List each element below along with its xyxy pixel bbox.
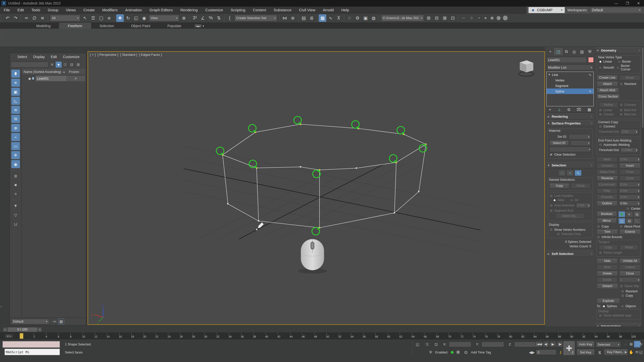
named-selection-sets-dropdown[interactable]: Create Selection Set▾ xyxy=(234,15,277,21)
cycle-button[interactable]: Cycle xyxy=(619,175,640,181)
project-tools-icon-3[interactable]: ⊠ xyxy=(441,14,449,22)
app-icon[interactable]: 3 xyxy=(2,1,6,6)
automatic-welding-checkbox[interactable] xyxy=(599,143,602,147)
tangent-paste-button[interactable]: Paste xyxy=(619,245,638,250)
minimize-button[interactable]: — xyxy=(611,0,622,7)
unhide-all-button[interactable]: Unhide All xyxy=(619,258,640,264)
toggle-layer-explorer-icon[interactable]: ≣ xyxy=(308,14,315,22)
scene-row-line001[interactable]: ◉ ⬮ Line001 ❄ xyxy=(22,75,86,82)
outline-button[interactable]: Outline xyxy=(597,201,617,206)
block-view-icon[interactable]: ■ xyxy=(11,181,20,189)
select-object-icon[interactable]: ↖ xyxy=(81,14,89,22)
filter-lights-icon[interactable]: ☀ xyxy=(11,79,20,87)
mirror-button[interactable]: Mirror xyxy=(597,218,617,223)
show-vertex-numbers-checkbox[interactable] xyxy=(549,228,553,232)
explorer-menu-display[interactable]: Display xyxy=(30,55,48,59)
rendered-frame-window-icon[interactable]: ▣ xyxy=(362,14,369,22)
select-id-spinner[interactable]: ▲▼ xyxy=(570,140,591,146)
hierarchy-view-icon[interactable]: ⊟ xyxy=(69,62,75,68)
frame-step-arrows-icon[interactable]: ◀▶ xyxy=(529,349,534,355)
bind-first-checkbox[interactable] xyxy=(619,108,623,112)
render-production-icon[interactable]: ◍ xyxy=(370,14,377,22)
menu-views[interactable]: Views xyxy=(62,7,80,14)
selection-set-dropdown[interactable]: Selected ▾ xyxy=(596,341,621,347)
threshold1-spinner[interactable]: 0.0m▲▼ xyxy=(620,129,638,134)
brush-preset-icon-2[interactable] xyxy=(482,14,489,22)
set-key-button[interactable]: Set Key xyxy=(577,349,595,355)
key-steps-icon[interactable]: ⛕ xyxy=(597,349,603,355)
objects-radio[interactable] xyxy=(621,305,624,308)
outline-spinner[interactable]: 0.0m▲▼ xyxy=(619,201,641,206)
make-unique-icon[interactable]: ⧉ xyxy=(568,107,570,112)
reorient-checkbox[interactable] xyxy=(620,82,623,86)
closed-checkbox[interactable] xyxy=(599,113,602,116)
crossinsert-spinner[interactable]: 0.0m▲▼ xyxy=(619,182,641,187)
scene-row-name[interactable]: Line001 xyxy=(36,76,66,81)
close-button-geometry[interactable]: Close xyxy=(619,271,640,276)
weld-spinner[interactable]: 0.0m▲▼ xyxy=(619,157,641,162)
mirror-horizontal-icon[interactable]: ◫ xyxy=(618,218,625,224)
filter-geometry-icon[interactable]: ⬮ xyxy=(11,70,20,78)
tab-hierarchy-icon[interactable]: ⧉ xyxy=(562,48,570,55)
lock-handles-checkbox[interactable] xyxy=(549,194,553,198)
user-account-button[interactable]: ☻ CGBUMP ▾ xyxy=(529,7,565,13)
explorer-layout-dropdown[interactable]: Default ▾ xyxy=(11,319,49,324)
vertex-subobject-icon[interactable]: ∴ xyxy=(558,170,566,176)
render-setup-icon[interactable]: ⚙ xyxy=(354,14,361,22)
maximize-viewport-icon[interactable]: ◱ xyxy=(638,349,643,355)
reference-coordinate-dropdown[interactable]: View▾ xyxy=(149,15,179,21)
bind-last-checkbox[interactable] xyxy=(619,113,623,116)
isolate-selection-icon[interactable]: ◱ xyxy=(415,341,421,347)
select-by-name-icon[interactable]: ☰ xyxy=(89,14,97,22)
view-cube[interactable] xyxy=(519,60,534,76)
time-slider-bubble[interactable]: 0 / 100 xyxy=(8,327,37,332)
rollout-rendering[interactable]: ► Rendering ⠿ xyxy=(546,113,594,120)
configure-modifier-sets-icon[interactable]: ▦ xyxy=(588,107,591,112)
next-frame-arrow[interactable]: > xyxy=(37,327,42,332)
select-and-rotate-icon[interactable]: ↻ xyxy=(124,14,132,22)
paste-named-selection-button[interactable]: Paste xyxy=(571,183,591,189)
track-bar-playhead[interactable] xyxy=(20,333,23,339)
schematic-view-icon[interactable]: ⊼ xyxy=(335,14,342,22)
menu-help[interactable]: Help xyxy=(338,7,353,14)
filter-frozen-icon[interactable]: ❄ xyxy=(11,151,20,159)
edit-named-selection-sets-icon[interactable]: { xyxy=(226,14,233,22)
select-and-place-icon[interactable]: ◉ xyxy=(140,14,148,22)
extend-button[interactable]: Extend xyxy=(619,229,640,235)
ribbon-tab-selection[interactable]: Selection xyxy=(91,23,123,29)
menu-graph-editors[interactable]: Graph Editors xyxy=(146,7,177,14)
use-pivot-point-center-icon[interactable]: ⊕ xyxy=(180,14,188,22)
ribbon-tab-modeling[interactable]: Modeling xyxy=(28,23,59,29)
ribbon-grip[interactable]: ⋮⋮⋮ xyxy=(1,30,2,37)
trim-button[interactable]: Trim xyxy=(597,229,618,235)
vertex-markers[interactable] xyxy=(227,133,419,221)
stack-row-segment[interactable]: Segment xyxy=(547,83,593,88)
project-tools-icon-1[interactable]: ⊞ xyxy=(425,14,432,22)
tab-create-icon[interactable]: ＋ xyxy=(546,48,554,55)
select-and-scale-icon[interactable]: ◱ xyxy=(132,14,140,22)
modifier-list-dropdown[interactable]: Modifier List ▾ xyxy=(546,64,594,70)
ribbon-tab-populate[interactable]: Populate xyxy=(159,23,190,29)
current-frame-spinner[interactable]: 0 xyxy=(536,349,556,355)
show-end-result-icon[interactable]: ⊥ xyxy=(558,107,561,112)
tab-modify-icon[interactable]: ◳ xyxy=(554,48,562,55)
auto-key-button[interactable]: Auto Key xyxy=(577,341,595,347)
filter-bones-icon[interactable]: ⌁ xyxy=(11,133,20,141)
brush-preset-icon-1[interactable] xyxy=(476,14,482,22)
filter-helpers-icon[interactable]: ◺ xyxy=(11,97,20,105)
stack-row-line[interactable]: ▼ Line ∿ xyxy=(547,72,593,77)
filter-containers-icon[interactable]: ▭ xyxy=(11,142,20,150)
connect-checkbox[interactable] xyxy=(620,103,623,107)
advanced-filter-icon[interactable]: ▼ xyxy=(11,202,20,210)
menu-civil-view[interactable]: Civil View xyxy=(295,7,319,14)
menu-file[interactable]: File xyxy=(0,7,14,14)
tab-utilities-icon[interactable]: ⚒ xyxy=(586,48,594,55)
viewport-pov-menu[interactable]: [ Perspective ] xyxy=(98,53,118,57)
detail-view-icon[interactable]: ≡ xyxy=(11,190,20,198)
y-coordinate-field[interactable] xyxy=(481,342,504,347)
menu-substance[interactable]: Substance xyxy=(270,7,295,14)
explorer-menu-select[interactable]: Select xyxy=(14,55,30,59)
viewport-layout-tabs-icon[interactable]: ▸ xyxy=(1,306,3,307)
filter-cameras-icon[interactable]: ▣ xyxy=(11,88,20,96)
rectangular-selection-region-icon[interactable]: ▢ xyxy=(97,14,105,22)
